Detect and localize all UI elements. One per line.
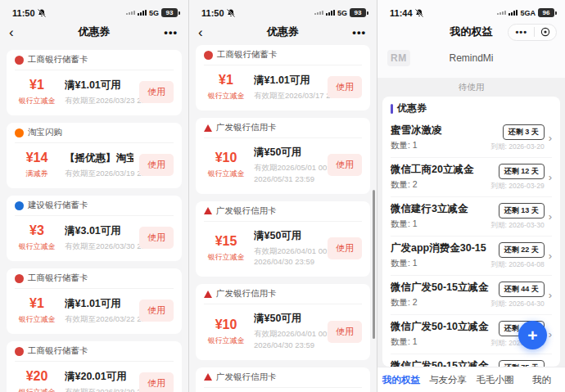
coupon-condition: 满¥1.01可用 — [65, 297, 133, 311]
signal-secondary-icon — [126, 11, 135, 15]
coupon-type: 满减券 — [15, 169, 59, 179]
use-button[interactable]: 使用 — [139, 154, 174, 176]
guangfa-bank-logo-icon — [204, 124, 212, 132]
chevron-right-icon: › — [549, 328, 552, 340]
days-left-badge: 还剩 75 天 — [499, 360, 545, 367]
clock: 11:50 — [201, 8, 224, 18]
status-bar: 11:50 5G 93 — [0, 0, 188, 20]
signal-icon — [138, 10, 147, 16]
close-target-icon[interactable] — [535, 27, 556, 37]
chevron-right-icon: › — [549, 210, 552, 223]
use-button[interactable]: 使用 — [139, 227, 174, 249]
back-button[interactable]: ‹ — [198, 25, 203, 39]
tab-pending-use[interactable]: 待使用 — [377, 78, 565, 97]
use-button[interactable]: 使用 — [328, 237, 362, 259]
mute-bell-icon — [415, 9, 423, 17]
coupon-amount: ¥1 — [15, 78, 59, 92]
coupon-type: 银行立减金 — [15, 96, 59, 106]
chevron-right-icon: › — [549, 289, 552, 301]
nav-bar: 我的权益 ••• — [377, 20, 565, 44]
benefit-row[interactable]: 微信工商20立减金数量: 2 还剩 12 天到期: 2026-03-29 › — [391, 157, 552, 196]
more-menu-button[interactable]: ••• — [352, 26, 366, 38]
benefit-quantity: 数量: 1 — [391, 140, 490, 151]
tab-me[interactable]: 我的 — [518, 374, 565, 386]
miniprogram-capsule: ••• — [508, 24, 557, 41]
coupon-type: 银行立减金 — [15, 241, 59, 252]
icbc-bank-logo-icon — [15, 347, 24, 356]
use-button[interactable]: 使用 — [328, 154, 362, 176]
coupon-condition: 满¥1.01可用 — [65, 79, 133, 92]
tab-maomao-circle[interactable]: 毛毛小圈 — [472, 374, 518, 386]
tab-share-with-friends[interactable]: 与友分享 — [424, 374, 471, 386]
page-title: 优惠券 — [267, 25, 299, 39]
add-benefit-button[interactable]: + — [518, 321, 547, 349]
coupon-amount: ¥10 — [204, 318, 248, 332]
nav-bar: ‹ 优惠券 ••• — [189, 20, 377, 44]
clock: 11:50 — [12, 8, 35, 18]
coupon-validity: 有效期至2026/03/23 23:59 — [65, 96, 133, 106]
benefit-quantity: 数量: 2 — [391, 297, 490, 309]
bottom-nav: 我的权益 与友分享 毛毛小圈 我的 — [377, 367, 565, 392]
days-left-badge: 还剩 12 天 — [499, 164, 545, 179]
page-title: 我的权益 — [450, 25, 493, 39]
benefit-row[interactable]: 微信广发50-15立减金数量: 2 还剩 44 天到期: 2026-04-30 … — [391, 275, 552, 314]
battery-icon: 96 — [538, 8, 554, 17]
benefit-row[interactable]: 微信建行3立减金数量: 1 还剩 13 天到期: 2026-03-30 › — [391, 196, 552, 236]
coupon-screen-1: 11:50 5G 93 ‹ 优惠券 ••• 工商银行储蓄卡 ¥1银行立减金 满¥… — [0, 0, 188, 392]
section-header: 优惠券 — [391, 98, 552, 119]
use-button[interactable]: 使用 — [328, 321, 362, 343]
brand-row: RemindMi RM — [377, 44, 565, 71]
coupon-card: 工商银行储蓄卡 ¥1银行立减金 满¥1.01可用有效期至2026/03/23 2… — [7, 50, 182, 115]
coupon-condition: 满¥1.01可用 — [254, 74, 322, 88]
coupon-amount: ¥10 — [204, 151, 248, 165]
coupon-validity: 有效期2026/05/01 00:00至 — [254, 163, 322, 173]
coupon-condition: 满¥50可用 — [254, 312, 322, 326]
scrollbar[interactable] — [373, 190, 375, 339]
benefit-title: 广发app消费金30-15 — [391, 241, 490, 255]
more-menu-button[interactable]: ••• — [164, 26, 178, 38]
use-button[interactable]: 使用 — [139, 81, 174, 103]
coupon-card: 广发银行信用卡 ¥10银行立减金 满¥50可用有效期2026/05/01 00:… — [196, 118, 370, 194]
coupon-condition: 【摇优惠】淘宝闪购外卖满... — [65, 151, 133, 165]
benefit-quantity: 数量: 2 — [391, 179, 490, 191]
coupon-validity: 有效期2026/04/01 00:00至 — [254, 246, 322, 257]
taobao-logo-icon — [15, 128, 24, 137]
page-title: 优惠券 — [79, 25, 111, 39]
coupon-validity: 有效期至2026/03/29 23:59 — [65, 387, 133, 392]
status-bar: 11:44 5GA 96 — [377, 0, 565, 20]
chevron-right-icon: › — [549, 132, 552, 144]
benefit-row[interactable]: 蜜雪冰激凌数量: 1 还剩 3 天到期: 2026-03-20 › — [391, 119, 552, 157]
coupon-amount: ¥3 — [15, 223, 59, 238]
benefit-row[interactable]: 微信广发50-15立减金数量: 2 还剩 75 天到期: 2026-05-31 … — [391, 354, 552, 367]
coupon-amount: ¥15 — [204, 234, 248, 249]
more-menu-button[interactable]: ••• — [508, 28, 534, 37]
coupon-card: 广发银行信用卡 ¥15银行立减金 满¥50可用有效期2026/04/01 00:… — [196, 201, 370, 277]
expire-date: 到期: 2026-03-30 — [490, 221, 544, 231]
network-type: 5G — [149, 9, 159, 17]
days-left-badge: 还剩 22 天 — [499, 242, 545, 258]
clock: 11:44 — [390, 8, 413, 18]
benefit-title: 微信工商20立减金 — [391, 163, 490, 177]
benefit-title: 微信广发50-15立减金 — [391, 281, 490, 295]
coupon-card: 建设银行储蓄卡 ¥3银行立减金 满¥3.01可用有效期至2026/03/30 2… — [7, 196, 182, 261]
coupon-type: 银行立减金 — [204, 252, 248, 263]
coupon-list: 工商银行储蓄卡 ¥1银行立减金 满¥1.01可用有效期至2026/03/23 2… — [0, 44, 188, 392]
guangfa-bank-logo-icon — [204, 373, 212, 381]
coupon-card: 广发银行信用卡 ¥10银行立减金 满¥50可用有效期2026/04/01 00:… — [196, 284, 370, 360]
mute-bell-icon — [38, 9, 46, 17]
tab-my-benefits[interactable]: 我的权益 — [377, 374, 424, 386]
coupon-condition: 满¥50可用 — [254, 146, 322, 160]
section-title: 优惠券 — [397, 101, 427, 115]
chevron-right-icon: › — [549, 250, 552, 262]
coupon-validity-end: 2026/04/30 23:59 — [254, 340, 322, 351]
use-button[interactable]: 使用 — [139, 372, 174, 392]
use-button[interactable]: 使用 — [328, 76, 362, 98]
use-button[interactable]: 使用 — [139, 300, 174, 322]
back-button[interactable]: ‹ — [9, 25, 14, 39]
section-accent-bar — [391, 104, 393, 114]
benefit-row[interactable]: 广发app消费金30-15数量: 1 还剩 22 天到期: 2026-04-08… — [391, 236, 552, 275]
nav-bar: ‹ 优惠券 ••• — [0, 20, 188, 44]
coupon-source: 工商银行储蓄卡 — [28, 345, 88, 357]
status-bar: 11:50 5G 93 — [189, 0, 377, 20]
coupon-source: 广发银行信用卡 — [216, 288, 277, 300]
